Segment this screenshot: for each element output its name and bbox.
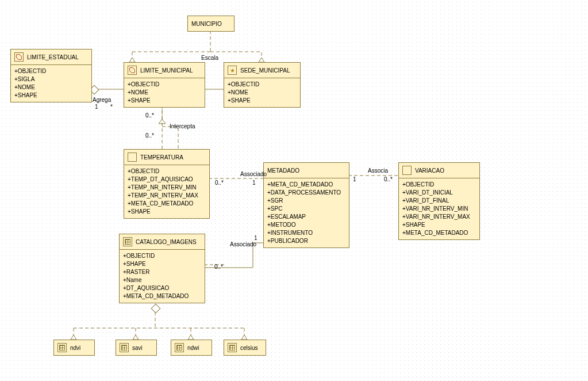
- class-title: METADADO: [267, 167, 299, 174]
- attribute: +PUBLICADOR: [267, 237, 345, 245]
- assoc-label: *: [110, 104, 113, 110]
- class-title: MUNICIPIO: [191, 21, 222, 27]
- class-temperatura[interactable]: TEMPERATURA+OBJECTID+TEMP_DT_AQUISICAO+T…: [124, 149, 210, 219]
- class-header: CATALOGO_IMAGENS: [120, 234, 205, 250]
- class-header: ndvi: [54, 340, 94, 355]
- class-limite_municipal[interactable]: LIMITE_MUNICIPAL+OBJECTID+NOME+SHAPE: [124, 62, 205, 108]
- class-body: +OBJECTID+SIGLA+NOME+SHAPE: [11, 65, 91, 102]
- class-header: METADADO: [264, 163, 349, 178]
- attribute: +DATA_PROCESSAMENTO: [267, 189, 345, 197]
- class-ndvi[interactable]: ndvi: [53, 340, 95, 356]
- attribute: +OBJECTID: [128, 81, 201, 89]
- raster-icon: [175, 343, 184, 352]
- assoc-label: Associado: [230, 241, 256, 247]
- polygon-icon: [14, 52, 24, 62]
- attribute: +RASTER: [123, 268, 201, 276]
- attribute: +OBJECTID: [128, 167, 206, 176]
- class-header: ndwi: [171, 340, 212, 355]
- class-limite_estadual[interactable]: LIMITE_ESTADUAL+OBJECTID+SIGLA+NOME+SHAP…: [10, 49, 92, 102]
- attribute: +TEMP_NR_INTERV_MAX: [128, 192, 206, 200]
- class-title: celsius: [240, 345, 258, 351]
- class-header: savi: [116, 340, 156, 355]
- box-icon: [128, 153, 137, 162]
- class-header: celsius: [224, 340, 266, 355]
- class-body: +OBJECTID+NOME+SHAPE: [224, 78, 300, 107]
- assoc-label: 1: [254, 235, 258, 241]
- class-body: +OBJECTID+VARI_DT_INICIAL+VARI_DT_FINAL+…: [399, 178, 479, 239]
- class-header: LIMITE_MUNICIPAL: [124, 63, 205, 78]
- attribute: +METODO: [267, 221, 345, 229]
- attribute: +TEMP_DT_AQUISICAO: [128, 176, 206, 184]
- attribute: +INSTRUMENTO: [267, 229, 345, 237]
- class-ndwi[interactable]: ndwi: [171, 340, 212, 356]
- class-title: ndvi: [70, 345, 80, 351]
- class-header: TEMPERATURA: [124, 150, 209, 165]
- attribute: +NOME: [228, 89, 297, 97]
- class-municipio[interactable]: MUNICIPIO: [187, 16, 235, 32]
- attribute: +VARI_DT_FINAL: [402, 197, 476, 205]
- attribute: +OBJECTID: [228, 81, 297, 89]
- assoc-label: 1: [95, 104, 98, 110]
- assoc-label: 0..*: [215, 180, 224, 186]
- class-title: LIMITE_ESTADUAL: [27, 54, 79, 60]
- class-body: +OBJECTID+NOME+SHAPE: [124, 78, 205, 107]
- attribute: +NOME: [14, 83, 88, 92]
- polygon-icon: [128, 66, 137, 75]
- assoc-label: Escala: [201, 55, 218, 61]
- class-header: VARIACAO: [399, 163, 479, 178]
- class-title: TEMPERATURA: [140, 154, 183, 161]
- raster-icon: [123, 237, 132, 246]
- attribute: +OBJECTID: [14, 67, 88, 75]
- class-header: SEDE_MUNICIPAL: [224, 63, 300, 78]
- attribute: +SPC: [267, 205, 345, 213]
- attribute: +SGR: [267, 197, 345, 205]
- class-title: ndwi: [187, 345, 199, 351]
- class-celsius[interactable]: celsius: [224, 340, 266, 356]
- assoc-label: 1: [252, 180, 256, 186]
- class-header: MUNICIPIO: [188, 16, 234, 31]
- assoc-label: Associa: [368, 167, 388, 174]
- class-body: +META_CD_METADADO+DATA_PROCESSAMENTO+SGR…: [264, 178, 349, 247]
- class-sede_municipal[interactable]: SEDE_MUNICIPAL+OBJECTID+NOME+SHAPE: [224, 62, 301, 108]
- attribute: +OBJECTID: [123, 252, 201, 260]
- attribute: +META_CD_METADADO: [267, 181, 345, 189]
- attribute: +SHAPE: [128, 97, 201, 105]
- assoc-label: 0..*: [145, 132, 154, 139]
- attribute: +VARI_DT_INICIAL: [402, 189, 476, 197]
- attribute: +SIGLA: [14, 75, 88, 83]
- assoc-label: Intercepta: [170, 123, 195, 129]
- assoc-label: 1: [353, 176, 356, 182]
- star-icon: [228, 66, 237, 75]
- class-variacao[interactable]: VARIACAO+OBJECTID+VARI_DT_INICIAL+VARI_D…: [398, 162, 480, 240]
- class-body: +OBJECTID+TEMP_DT_AQUISICAO+TEMP_NR_INTE…: [124, 165, 209, 218]
- class-body: +OBJECTID+SHAPE+RASTER+Name+DT_AQUISICAO…: [120, 250, 205, 303]
- attribute: +SHAPE: [14, 92, 88, 100]
- assoc-label: 0..*: [214, 264, 223, 270]
- attribute: +SHAPE: [123, 260, 201, 268]
- raster-icon: [228, 343, 237, 352]
- assoc-label: 0..*: [145, 112, 154, 119]
- attribute: +TEMP_NR_INTERV_MIN: [128, 184, 206, 192]
- class-title: LIMITE_MUNICIPAL: [140, 67, 193, 74]
- class-metadado[interactable]: METADADO+META_CD_METADADO+DATA_PROCESSAM…: [263, 162, 349, 248]
- assoc-label: 0..*: [384, 176, 393, 182]
- assoc-label: Associado: [240, 171, 267, 177]
- attribute: +VARI_NR_INTERV_MIN: [402, 205, 476, 213]
- attribute: +VARI_NR_INTERV_MAX: [402, 213, 476, 221]
- assoc-label: Agrega: [93, 97, 111, 103]
- class-title: CATALOGO_IMAGENS: [136, 239, 197, 245]
- box-icon: [402, 166, 412, 175]
- class-savi[interactable]: savi: [116, 340, 157, 356]
- attribute: +META_CD_METADADO: [128, 200, 206, 208]
- attribute: +Name: [123, 276, 201, 284]
- attribute: +SHAPE: [402, 221, 476, 229]
- attribute: +META_CD_METADADO: [123, 292, 201, 300]
- class-title: VARIACAO: [415, 167, 444, 174]
- attribute: +ESCALAMAP: [267, 213, 345, 221]
- aggregation-diamond: [151, 304, 161, 314]
- raster-icon: [57, 343, 67, 352]
- class-catalogo[interactable]: CATALOGO_IMAGENS+OBJECTID+SHAPE+RASTER+N…: [119, 234, 205, 303]
- attribute: +META_CD_METADADO: [402, 229, 476, 237]
- attribute: +SHAPE: [128, 208, 206, 216]
- raster-icon: [120, 343, 129, 352]
